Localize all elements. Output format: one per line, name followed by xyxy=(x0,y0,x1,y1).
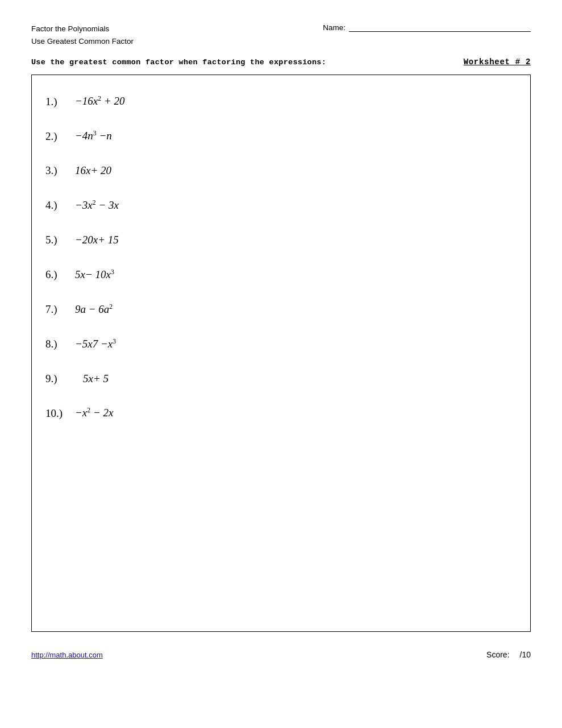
problem-3: 3.) 16x+ 20 xyxy=(45,154,517,188)
name-line xyxy=(349,23,531,32)
problem-10-number: 10.) xyxy=(45,407,75,421)
footer: http://math.about.com Score: /10 xyxy=(31,648,531,659)
score-value: /10 xyxy=(520,650,531,659)
title-line1: Factor the Polynomials xyxy=(31,23,134,35)
instruction-row: Use the greatest common factor when fact… xyxy=(31,57,531,67)
score-label: Score: xyxy=(486,650,509,659)
problem-6: 6.) 5x− 10x3 xyxy=(45,258,517,292)
problem-6-number: 6.) xyxy=(45,268,75,282)
problem-9-number: 9.) xyxy=(45,372,75,386)
problems-box: 1.) −16x2 + 20 2.) −4n3 −n 3.) 16x+ 20 4… xyxy=(31,75,531,632)
problem-2: 2.) −4n3 −n xyxy=(45,119,517,154)
problem-10-expr: −x2 − 2x xyxy=(75,406,113,420)
problem-4-number: 4.) xyxy=(45,198,75,213)
problem-3-expr: 16x+ 20 xyxy=(75,164,111,178)
problem-9: 9.) 5x+ 5 xyxy=(45,362,517,396)
problem-7: 7.) 9a − 6a2 xyxy=(45,292,517,327)
title-line2: Use Greatest Common Factor xyxy=(31,35,134,48)
problem-5: 5.) −20x+ 15 xyxy=(45,223,517,258)
problem-1-expr: −16x2 + 20 xyxy=(75,94,124,109)
problem-7-number: 7.) xyxy=(45,303,75,317)
problem-4: 4.) −3x2 − 3x xyxy=(45,188,517,223)
header-section: Factor the Polynomials Use Greatest Comm… xyxy=(31,23,531,47)
problem-8: 8.) −5x7 −x3 xyxy=(45,327,517,362)
problem-7-expr: 9a − 6a2 xyxy=(75,303,113,317)
problem-1: 1.) −16x2 + 20 xyxy=(45,84,517,119)
footer-score-section: Score: /10 xyxy=(486,650,531,659)
header-left: Factor the Polynomials Use Greatest Comm… xyxy=(31,23,134,47)
problem-1-number: 1.) xyxy=(45,95,75,109)
problem-8-number: 8.) xyxy=(45,337,75,351)
problem-2-number: 2.) xyxy=(45,130,75,144)
problem-4-expr: −3x2 − 3x xyxy=(75,198,119,213)
worksheet-number: Worksheet # 2 xyxy=(464,57,531,67)
problem-6-expr: 5x− 10x3 xyxy=(75,268,114,282)
problem-10: 10.) −x2 − 2x xyxy=(45,396,517,431)
footer-link[interactable]: http://math.about.com xyxy=(31,651,103,659)
header-right: Name: xyxy=(323,23,531,32)
problem-5-number: 5.) xyxy=(45,233,75,247)
name-label: Name: xyxy=(323,23,345,32)
problem-2-expr: −4n3 −n xyxy=(75,129,112,143)
problem-9-expr: 5x+ 5 xyxy=(83,372,109,386)
problem-8-expr: −5x7 −x3 xyxy=(75,337,116,351)
problem-5-expr: −20x+ 15 xyxy=(75,233,119,247)
problem-3-number: 3.) xyxy=(45,164,75,178)
instruction-text: Use the greatest common factor when fact… xyxy=(31,58,326,67)
